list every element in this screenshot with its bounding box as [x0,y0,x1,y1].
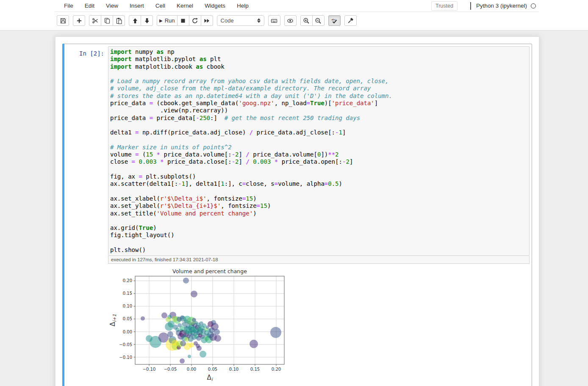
select-arrows-icon [257,18,261,23]
figure-scatter-plot: Volume and percent change−0.10−0.050.000… [110,268,530,386]
run-icon: ▶ [159,18,163,23]
code-area: import numpy as npimport matplotlib.pypl… [110,48,527,254]
zoom-out-button[interactable] [312,15,325,26]
svg-text:abc: abc [332,18,336,20]
run-button[interactable]: ▶ Run [157,15,178,26]
menu-view[interactable]: View [100,3,124,9]
svg-text:0.05: 0.05 [123,317,132,322]
code-input-area[interactable]: import numpy as npimport matplotlib.pypl… [108,46,530,256]
move-cell-down-button[interactable] [141,15,153,26]
restart-run-all-icon [203,17,210,24]
menu-insert[interactable]: Insert [124,3,150,9]
svg-text:−0.05: −0.05 [119,342,132,347]
restart-kernel-button[interactable] [189,15,201,26]
svg-text:Δi+1: Δi+1 [110,314,117,327]
svg-text:−0.10: −0.10 [143,367,156,372]
move-up-icon [132,17,139,24]
zoom-in-button[interactable] [300,15,313,26]
keyboard-icon [271,17,277,24]
svg-text:−0.10: −0.10 [119,355,132,360]
menu-file[interactable]: File [64,3,79,9]
svg-text:0.10: 0.10 [229,367,239,372]
restart-run-all-button[interactable] [201,15,213,26]
notebook-header: File Edit View Insert Cell Kernel Widget… [0,0,588,31]
kernel-idle-icon [531,3,536,8]
cell-content: import numpy as npimport matplotlib.pypl… [108,46,530,386]
code-cell[interactable]: In [2]: import numpy as npimport matplot… [62,44,532,386]
save-icon [60,17,67,24]
move-down-icon [144,17,150,24]
cut-icon [92,17,99,24]
run-label: Run [165,17,175,24]
menu-edit[interactable]: Edit [79,3,100,9]
svg-text:0.15: 0.15 [123,291,132,296]
notebook-page: In [2]: import numpy as npimport matplot… [55,36,539,386]
paste-cells-button[interactable] [113,15,125,26]
spellcheck-icon: abc [331,17,338,24]
code-prettify-button[interactable] [344,15,357,26]
menu-bar: File Edit View Insert Cell Kernel Widget… [0,0,588,11]
zoom-out-icon [315,17,322,24]
svg-text:0.00: 0.00 [187,367,196,372]
menu-kernel[interactable]: Kernel [171,3,199,9]
svg-text:0.15: 0.15 [250,367,260,372]
svg-text:Δi: Δi [207,374,213,382]
zoom-in-icon [303,17,310,24]
input-prompt: In [2]: [65,46,108,386]
output-area: Volume and percent change−0.10−0.050.000… [108,264,530,386]
svg-text:0.00: 0.00 [123,330,132,334]
interrupt-kernel-button[interactable] [177,15,189,26]
svg-text:0.05: 0.05 [208,367,217,372]
cell-type-select[interactable]: Code [217,15,264,26]
trusted-badge: Trusted [431,1,458,11]
toggle-cell-input-button[interactable] [284,15,297,26]
spellcheck-button[interactable]: abc [328,15,341,26]
kernel-separator [470,2,471,10]
kernel-name: Python 3 (ipykernel) [476,3,527,9]
add-cell-icon [76,17,83,24]
menu-widgets[interactable]: Widgets [199,3,231,9]
command-palette-button[interactable] [268,15,280,26]
menu-cell[interactable]: Cell [150,3,171,9]
copy-icon [104,17,111,24]
move-cell-up-button[interactable] [129,15,141,26]
svg-text:0.20: 0.20 [123,279,132,283]
svg-text:−0.05: −0.05 [164,367,177,372]
selected-cell-bar [62,44,64,386]
copy-cells-button[interactable] [101,15,113,26]
cut-cells-button[interactable] [89,15,101,26]
restart-kernel-icon [191,17,198,24]
menu-help[interactable]: Help [231,3,254,9]
add-cell-button[interactable] [73,15,85,26]
stop-icon [180,17,186,24]
svg-text:0.10: 0.10 [123,304,132,309]
toolbar: ▶ Run Code [0,12,588,31]
gavel-icon [347,17,354,24]
execution-status: executed in 127ms, finished 17:34:31 202… [108,256,530,264]
svg-text:0.20: 0.20 [272,367,281,372]
eye-icon [287,17,294,24]
cell-type-value: Code [221,17,234,24]
save-button[interactable] [57,15,69,26]
paste-icon [116,17,122,24]
header-right: Trusted Python 3 (ipykernel) [431,1,536,11]
svg-text:Volume and percent change: Volume and percent change [172,268,247,274]
